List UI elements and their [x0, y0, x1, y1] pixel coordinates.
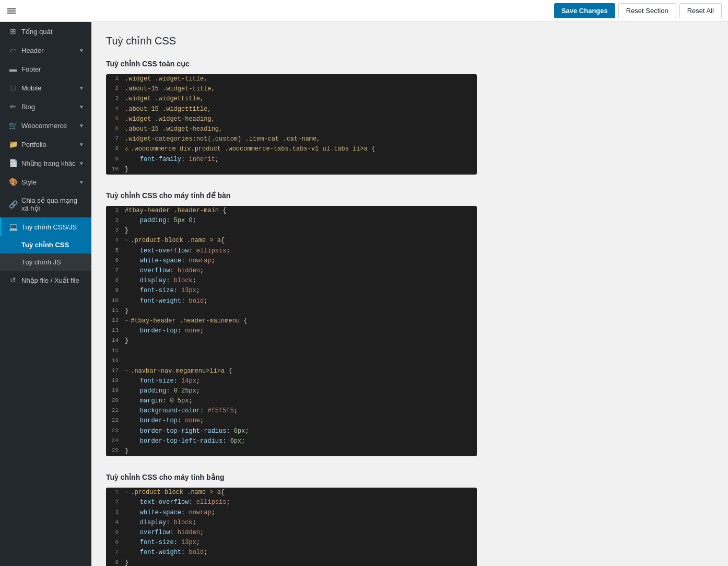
code-line: 3 } — [106, 226, 477, 236]
page-title: Tuỳ chỉnh CSS — [106, 34, 703, 47]
save-changes-button[interactable]: Save Changes — [554, 3, 615, 18]
sidebar-label-footer: Footer — [21, 65, 41, 73]
code-line: 2 text-overflow: ellipsis; — [106, 498, 477, 507]
chevron-down-icon: ▼ — [79, 160, 84, 166]
code-line: 2 .about-15 .widget-title, — [106, 84, 477, 94]
sidebar-item-chia-se[interactable]: 🔗 Chia sẻ qua mạng xã hội — [0, 191, 91, 217]
code-line: 18 font-size: 14px; — [106, 376, 477, 386]
sidebar-sub-item-tuy-chinh-css[interactable]: Tuỳ chỉnh CSS — [0, 236, 91, 253]
section-title-may-tinh-de-ban: Tuỳ chỉnh CSS cho máy tính để bàn — [106, 191, 703, 200]
sidebar-label-chia-se: Chia sẻ qua mạng xã hội — [21, 197, 84, 212]
code-line: 2 padding: 5px 0; — [106, 216, 477, 226]
top-bar-left — [6, 6, 17, 16]
section-toan-cuc: Tuỳ chỉnh CSS toàn cục 1 .widget .widget… — [106, 60, 703, 175]
header-icon: ▭ — [9, 46, 17, 54]
sidebar-sub-css-js: Tuỳ chỉnh CSS Tuỳ chỉnh JS — [0, 236, 91, 271]
code-line: 8 display: block; — [106, 276, 477, 286]
layout: ⊞ Tổng quát ▭ Header ▼ ▬ Footer □ Mobile… — [0, 22, 728, 566]
main-inner: Tuỳ chỉnh CSS Tuỳ chỉnh CSS toàn cục 1 .… — [91, 22, 718, 566]
code-line: 3 white-space: nowrap; — [106, 508, 477, 518]
style-icon: 🎨 — [9, 178, 17, 186]
blog-icon: ✏ — [9, 102, 17, 111]
sidebar-item-header[interactable]: ▭ Header ▼ — [0, 41, 91, 60]
code-line: 7 overflow: hidden; — [106, 266, 477, 276]
code-line: 1 .widget .widget-title, — [106, 74, 477, 84]
sidebar-label-tong-quat: Tổng quát — [21, 28, 52, 36]
sidebar-item-nhung-trang-khac[interactable]: 📄 Những trang khác ▼ — [0, 154, 91, 172]
code-line: 6 white-space: nowrap; — [106, 256, 477, 266]
code-line: 6 .about-15 .widget-heading, — [106, 124, 477, 134]
code-line: 16 — [106, 356, 477, 366]
code-editor-toan-cuc[interactable]: 1 .widget .widget-title, 2 .about-15 .wi… — [106, 74, 477, 175]
chevron-down-icon: ▼ — [79, 179, 84, 185]
sidebar-item-footer[interactable]: ▬ Footer — [0, 60, 91, 78]
sidebar-item-nhap-xuat[interactable]: ↺ Nhập file / Xuất file — [0, 271, 91, 290]
code-editor-bang[interactable]: 1 − .product-block .name > a{ 2 text-ove… — [106, 488, 477, 566]
code-line: 1 − .product-block .name > a{ — [106, 488, 477, 498]
sidebar-item-woocommerce[interactable]: 🛒 Woocommerce ▼ — [0, 116, 91, 135]
top-bar: Save Changes Reset Section Reset All — [0, 0, 728, 22]
code-line: 17 − .navbar-nav.megamenu>li>a { — [106, 366, 477, 376]
section-may-tinh-bang: Tuỳ chỉnh CSS cho máy tính bảng 1 − .pro… — [106, 473, 703, 566]
chevron-down-icon: ▼ — [79, 48, 84, 53]
reset-all-button[interactable]: Reset All — [679, 3, 722, 18]
code-line: 6 font-size: 13px; — [106, 538, 477, 548]
code-line: 12 − #tbay-header .header-mainmenu { — [106, 316, 477, 326]
footer-icon: ▬ — [9, 65, 17, 73]
section-may-tinh-de-ban: Tuỳ chỉnh CSS cho máy tính để bàn 1 #tba… — [106, 191, 703, 456]
code-line: 20 margin: 0 5px; — [106, 396, 477, 406]
sidebar-sub-label-tuy-chinh-css: Tuỳ chỉnh CSS — [21, 241, 69, 249]
sidebar-item-style[interactable]: 🎨 Style ▼ — [0, 172, 91, 191]
sidebar-sub-label-tuy-chinh-js: Tuỳ chỉnh JS — [21, 258, 61, 266]
nhap-xuat-icon: ↺ — [9, 276, 17, 284]
code-editor-de-ban[interactable]: 1 #tbay-header .header-main { 2 padding:… — [106, 206, 477, 456]
sidebar-label-header: Header — [21, 47, 44, 54]
sidebar-label-blog: Blog — [21, 103, 35, 111]
nhung-trang-khac-icon: 📄 — [9, 159, 17, 167]
sidebar-item-portfolio[interactable]: 📁 Portfolio ▼ — [0, 135, 91, 154]
chevron-down-icon: ▼ — [79, 123, 84, 129]
code-line: 7 .widget-categories:not(.custom) .item-… — [106, 134, 477, 144]
code-line: 5 overflow: hidden; — [106, 528, 477, 538]
tong-quat-icon: ⊞ — [9, 27, 17, 36]
section-title-may-tinh-bang: Tuỳ chỉnh CSS cho máy tính bảng — [106, 473, 703, 481]
code-line: 21 background-color: #f5f5f5; — [106, 406, 477, 416]
code-line: 5 text-overflow: ellipsis; — [106, 246, 477, 256]
sidebar-label-nhung-trang-khac: Những trang khác — [21, 159, 75, 167]
code-line: 9 font-family: inherit; — [106, 155, 477, 165]
code-line: 19 padding: 0 25px; — [106, 386, 477, 396]
portfolio-icon: 📁 — [9, 140, 17, 148]
code-line: 8 } — [106, 558, 477, 567]
chia-se-icon: 🔗 — [9, 200, 17, 209]
sidebar-label-tuy-chinh-css-js: Tuỳ chỉnh CSS/JS — [21, 223, 77, 231]
code-line: 10 } — [106, 165, 477, 175]
code-line: 15 — [106, 346, 477, 356]
sidebar-label-woocommerce: Woocommerce — [21, 122, 67, 130]
code-line: 22 border-top: none; — [106, 416, 477, 426]
code-line: 5 .widget .widget-heading, — [106, 114, 477, 124]
code-line: 13 border-top: none; — [106, 326, 477, 336]
chevron-down-icon: ▼ — [79, 142, 84, 147]
sidebar-label-style: Style — [21, 178, 37, 186]
chevron-down-icon: ▼ — [79, 104, 84, 110]
code-line: 10 font-weight: bold; — [106, 296, 477, 306]
sidebar-item-blog[interactable]: ✏ Blog ▼ — [0, 97, 91, 116]
main-content: Tuỳ chỉnh CSS Tuỳ chỉnh CSS toàn cục 1 .… — [91, 22, 728, 566]
code-line: 25 } — [106, 446, 477, 456]
reset-section-button[interactable]: Reset Section — [618, 3, 676, 18]
css-js-icon: 💻 — [9, 223, 17, 231]
sidebar-item-mobile[interactable]: □ Mobile ▼ — [0, 78, 91, 97]
woocommerce-icon: 🛒 — [9, 121, 17, 130]
sidebar-item-tuy-chinh-css-js[interactable]: 💻 Tuỳ chỉnh CSS/JS — [0, 217, 91, 236]
code-line: 9 font-size: 13px; — [106, 286, 477, 296]
grid-icon[interactable] — [6, 6, 17, 16]
sidebar-item-tong-quat[interactable]: ⊞ Tổng quát — [0, 22, 91, 41]
code-line: 4 − .product-block .name > a{ — [106, 236, 477, 246]
sidebar: ⊞ Tổng quát ▭ Header ▼ ▬ Footer □ Mobile… — [0, 22, 91, 566]
code-line: 23 border-top-right-radius: 6px; — [106, 426, 477, 436]
code-line: 7 font-weight: bold; — [106, 548, 477, 558]
sidebar-sub-item-tuy-chinh-js[interactable]: Tuỳ chỉnh JS — [0, 253, 91, 271]
section-title-toan-cuc: Tuỳ chỉnh CSS toàn cục — [106, 60, 703, 68]
chevron-down-icon: ▼ — [79, 85, 84, 91]
code-line: 4 .about-15 .widgettitle, — [106, 105, 477, 114]
